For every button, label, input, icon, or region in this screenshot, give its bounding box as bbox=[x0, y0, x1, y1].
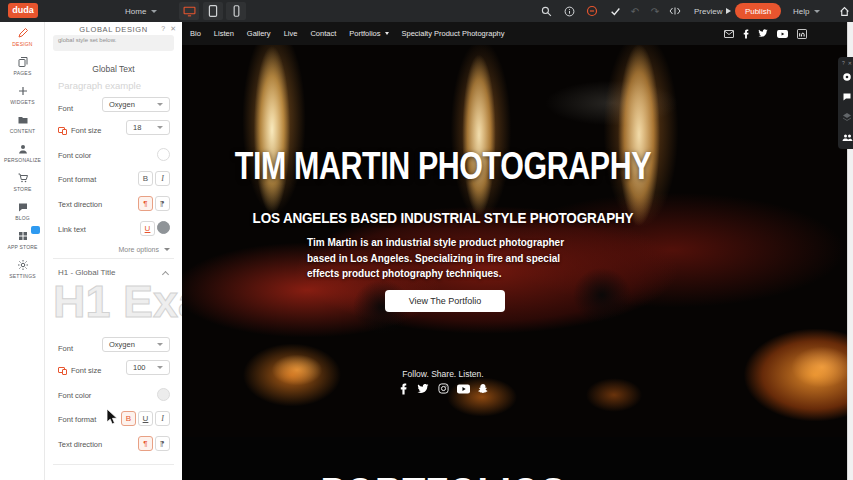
pages-icon bbox=[17, 56, 29, 68]
chat-bubble-icon bbox=[842, 92, 852, 102]
font-label: Font bbox=[58, 104, 73, 113]
link-underline-toggle[interactable]: U bbox=[140, 221, 155, 236]
assistant-button[interactable] bbox=[584, 3, 600, 19]
duda-logo[interactable]: duda bbox=[8, 3, 38, 18]
sidebar-item-label: BLOG bbox=[15, 215, 30, 221]
sidebar-item-personalize[interactable]: PERSONALIZE bbox=[0, 138, 45, 167]
collaborators-button[interactable] bbox=[838, 127, 853, 147]
responsive-override-icon bbox=[58, 367, 68, 375]
more-options-link[interactable]: More options bbox=[119, 246, 170, 253]
cart-icon bbox=[17, 172, 29, 184]
code-icon bbox=[669, 6, 681, 16]
home-icon bbox=[839, 6, 850, 17]
font-select[interactable]: Oxygen bbox=[102, 97, 170, 112]
sidebar-item-store[interactable]: STORE bbox=[0, 167, 45, 196]
follow-text[interactable]: Follow. Share. Listen. bbox=[182, 369, 704, 379]
italic-toggle[interactable]: I bbox=[155, 171, 170, 186]
facebook-icon[interactable] bbox=[743, 29, 749, 39]
h1-direction-ltr-toggle[interactable]: ¶ bbox=[138, 436, 153, 451]
info-button[interactable] bbox=[561, 3, 577, 19]
site-nav-bio[interactable]: Bio bbox=[190, 29, 201, 38]
bold-toggle[interactable]: B bbox=[138, 171, 153, 186]
view-portfolio-button[interactable]: View The Portfolio bbox=[385, 290, 505, 312]
hero-subtitle[interactable]: LOS ANGELES BASED INDUSTRIAL STYLE PHOTO… bbox=[208, 209, 678, 226]
h1-font-color-swatch[interactable] bbox=[157, 388, 170, 401]
linkedin-icon[interactable] bbox=[797, 29, 807, 39]
dev-mode-button[interactable] bbox=[667, 3, 683, 19]
sidebar-item-label: WIDGETS bbox=[10, 99, 35, 105]
font-size-select[interactable]: 18 bbox=[126, 120, 170, 135]
desktop-view-button[interactable] bbox=[179, 2, 199, 20]
apps-grid-icon bbox=[17, 230, 29, 242]
h1-underline-toggle[interactable]: U bbox=[138, 411, 153, 426]
site-nav-gallery[interactable]: Gallery bbox=[247, 29, 271, 38]
toolbar-help-button[interactable]: ? bbox=[842, 60, 845, 66]
design-brush-icon bbox=[17, 27, 29, 39]
direction-ltr-toggle[interactable]: ¶ bbox=[138, 196, 153, 211]
chat-button[interactable] bbox=[838, 87, 853, 107]
font-color-swatch[interactable] bbox=[157, 148, 170, 161]
scrolled-note: global style set below. bbox=[53, 35, 174, 51]
site-nav-contact[interactable]: Contact bbox=[310, 29, 336, 38]
font-size-value: 18 bbox=[133, 123, 141, 132]
link-color-swatch[interactable] bbox=[157, 221, 170, 234]
direction-rtl-toggle[interactable]: ¶ bbox=[155, 196, 170, 211]
page-selector[interactable]: Home bbox=[125, 0, 157, 22]
site-nav-listen[interactable]: Listen bbox=[214, 29, 234, 38]
speech-bubble-icon bbox=[17, 201, 29, 213]
sidebar-item-widgets[interactable]: WIDGETS bbox=[0, 80, 45, 109]
sidebar-item-label: PAGES bbox=[14, 70, 32, 76]
facebook-link[interactable] bbox=[397, 382, 410, 395]
site-nav-specialty[interactable]: Specialty Product Photography bbox=[402, 29, 505, 38]
search-button[interactable] bbox=[538, 3, 554, 19]
h1-bold-toggle[interactable]: B bbox=[121, 411, 136, 426]
sidebar-item-design[interactable]: DESIGN bbox=[0, 22, 45, 51]
h1-font-select[interactable]: Oxygen bbox=[102, 337, 170, 352]
tablet-view-button[interactable] bbox=[203, 2, 223, 20]
toolbar-close-button[interactable]: ✕ bbox=[848, 60, 852, 66]
help-menu[interactable]: Help bbox=[793, 0, 820, 22]
sidebar-item-label: PERSONALIZE bbox=[4, 157, 41, 163]
sidebar-item-blog[interactable]: BLOG bbox=[0, 196, 45, 225]
link-text-label: Link text bbox=[58, 225, 86, 234]
sidebar-item-label: CONTENT bbox=[10, 128, 36, 134]
youtube-link[interactable] bbox=[457, 382, 470, 395]
hero-section: TIM MARTIN PHOTOGRAPHY LOS ANGELES BASED… bbox=[182, 45, 847, 437]
hero-title[interactable]: TIM MARTIN PHOTOGRAPHY bbox=[234, 145, 652, 188]
twitter-link[interactable] bbox=[417, 382, 430, 395]
comment-pin-button[interactable] bbox=[838, 67, 853, 87]
sidebar-item-app-store[interactable]: APP STORE bbox=[0, 225, 45, 254]
panel-close-button[interactable]: ✕ bbox=[170, 25, 176, 33]
mobile-view-button[interactable] bbox=[226, 2, 246, 20]
instagram-link[interactable] bbox=[437, 382, 450, 395]
folder-icon bbox=[17, 114, 29, 126]
instagram-icon bbox=[438, 383, 449, 394]
youtube-icon bbox=[457, 384, 470, 394]
dashboard-home-button[interactable] bbox=[836, 3, 852, 19]
duda-editor: duda Home bbox=[0, 0, 853, 480]
publish-button[interactable]: Publish bbox=[735, 3, 781, 19]
editor-topbar: duda Home bbox=[0, 0, 853, 22]
h1-direction-rtl-toggle[interactable]: ¶ bbox=[155, 436, 170, 451]
hero-body-text[interactable]: Tim Martin is an industrial style produc… bbox=[307, 235, 569, 282]
twitter-icon[interactable] bbox=[758, 29, 768, 38]
youtube-icon[interactable] bbox=[777, 30, 788, 38]
sidebar-item-settings[interactable]: SETTINGS bbox=[0, 254, 45, 283]
site-nav-portfolios-label: Portfolios bbox=[349, 29, 380, 38]
portfolios-heading[interactable]: PORTFOLIOS bbox=[229, 467, 657, 480]
snapchat-link[interactable] bbox=[477, 382, 490, 395]
h1-font-size-select[interactable]: 100 bbox=[126, 360, 170, 375]
sidebar-item-pages[interactable]: PAGES bbox=[0, 51, 45, 80]
panel-help-button[interactable]: ? bbox=[161, 25, 165, 33]
layers-button[interactable] bbox=[838, 107, 853, 127]
undo-button[interactable]: ↶ bbox=[627, 3, 643, 19]
redo-button[interactable]: ↷ bbox=[647, 3, 663, 19]
sidebar-item-content[interactable]: CONTENT bbox=[0, 109, 45, 138]
save-check-button[interactable] bbox=[607, 3, 623, 19]
h1-italic-toggle[interactable]: I bbox=[155, 411, 170, 426]
site-nav-portfolios[interactable]: Portfolios bbox=[349, 29, 388, 38]
site-nav-live[interactable]: Live bbox=[284, 29, 298, 38]
preview-button[interactable]: Preview bbox=[694, 0, 731, 22]
email-icon[interactable] bbox=[724, 30, 734, 38]
sidebar-item-label: SETTINGS bbox=[9, 273, 36, 279]
